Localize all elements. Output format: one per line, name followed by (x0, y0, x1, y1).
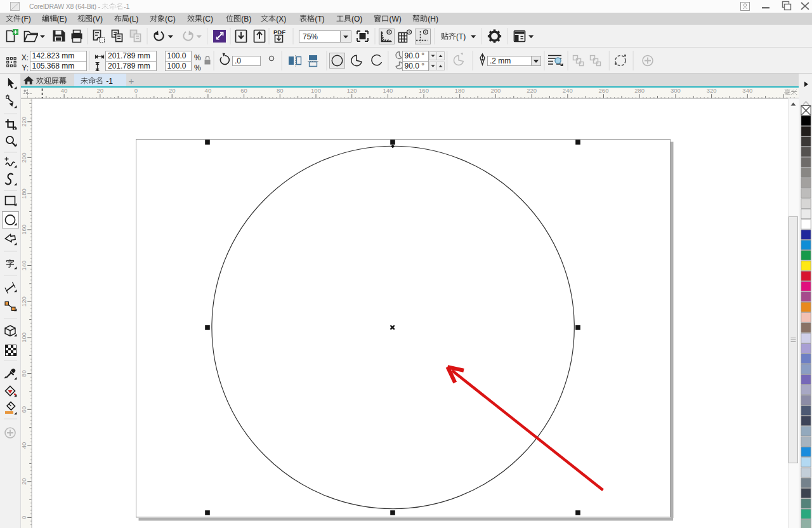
svg-text:160: 160 (419, 88, 429, 94)
svg-text:80: 80 (277, 88, 284, 94)
svg-text:340: 340 (742, 88, 752, 94)
svg-text:20: 20 (169, 88, 176, 94)
svg-text:160: 160 (20, 225, 27, 235)
svg-text:40: 40 (20, 442, 27, 449)
svg-text:140: 140 (383, 88, 393, 94)
svg-text:280: 280 (634, 88, 645, 94)
svg-text:260: 260 (599, 88, 609, 94)
svg-text:200: 200 (490, 88, 501, 94)
svg-text:40: 40 (61, 88, 68, 94)
svg-text:240: 240 (563, 88, 573, 94)
svg-text:80: 80 (20, 370, 27, 377)
svg-text:220: 220 (20, 117, 27, 127)
svg-text:100: 100 (20, 333, 27, 343)
svg-text:100: 100 (311, 88, 321, 94)
svg-text:180: 180 (20, 188, 27, 199)
svg-text:0: 0 (134, 88, 138, 94)
svg-text:220: 220 (527, 88, 537, 94)
svg-text:PDF: PDF (273, 29, 285, 36)
svg-text:60: 60 (20, 406, 27, 413)
svg-text:40: 40 (205, 88, 212, 94)
svg-text:60: 60 (240, 88, 247, 94)
svg-text:20: 20 (97, 88, 104, 94)
svg-text:140: 140 (20, 261, 27, 271)
svg-text:200: 200 (20, 153, 27, 163)
svg-text:0: 0 (20, 516, 27, 519)
svg-text:120: 120 (20, 296, 27, 307)
svg-text:180: 180 (455, 88, 465, 94)
svg-text:120: 120 (347, 88, 357, 94)
svg-text:300: 300 (671, 88, 681, 94)
svg-text:320: 320 (707, 88, 717, 94)
svg-text:20: 20 (20, 478, 27, 485)
